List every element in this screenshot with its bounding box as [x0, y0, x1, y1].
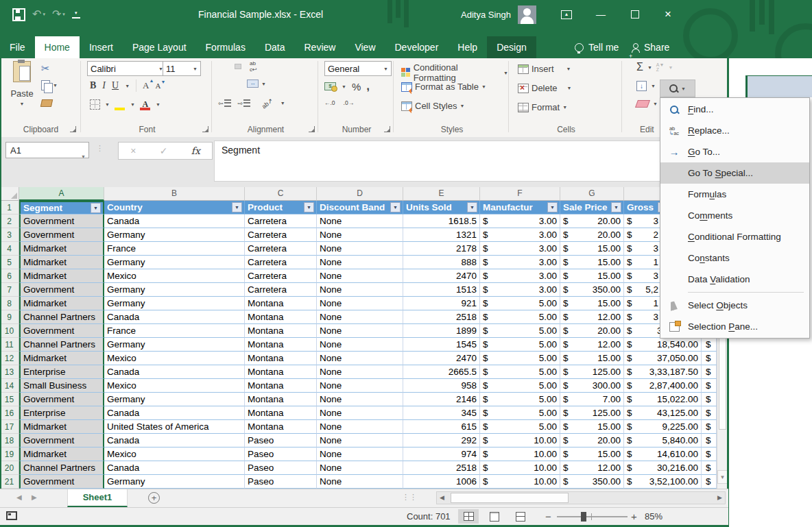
cell-g14[interactable]: $300.00	[560, 379, 624, 393]
cell-b3[interactable]: Germany	[104, 228, 245, 242]
cell-b18[interactable]: Canada	[104, 434, 245, 448]
cell-d12[interactable]: None	[317, 352, 403, 365]
chevron-down-icon[interactable]: ▼	[342, 84, 346, 89]
name-box[interactable]: A1▼	[5, 142, 89, 158]
tab-help[interactable]: Help	[448, 36, 487, 58]
cell-e17[interactable]: 615	[403, 420, 480, 434]
chevron-down-icon[interactable]: ▼	[651, 84, 656, 88]
cell-a13[interactable]: Enterprise	[19, 365, 104, 379]
number-dialog-launcher[interactable]	[384, 126, 390, 132]
cell-a11[interactable]: Channel Partners	[19, 338, 104, 352]
cell-b5[interactable]: Germany	[104, 256, 245, 269]
cell-f6[interactable]: $3.00	[480, 269, 560, 283]
cell-h11[interactable]: $18,540.00	[624, 338, 702, 352]
cell-e19[interactable]: 974	[403, 448, 480, 461]
maximize-button[interactable]	[628, 7, 643, 22]
cell-g6[interactable]: $15.00	[560, 269, 624, 283]
previous-sheet-button[interactable]: ◀	[16, 493, 22, 501]
cell-d7[interactable]: None	[317, 283, 403, 297]
cell-i21[interactable]: $	[702, 475, 717, 489]
clipboard-dialog-launcher[interactable]	[70, 126, 76, 132]
cell-f10[interactable]: $5.00	[480, 324, 560, 338]
cell-b14[interactable]: Mexico	[104, 379, 245, 393]
formula-input[interactable]: Segment	[214, 140, 727, 182]
cell-c11[interactable]: Montana	[245, 338, 317, 352]
row-header-14[interactable]: 14	[0, 379, 19, 393]
cell-h12[interactable]: $37,050.00	[624, 352, 702, 365]
column-header-D[interactable]: D	[317, 187, 403, 201]
cell-f20[interactable]: $10.00	[480, 461, 560, 475]
cell-b12[interactable]: Mexico	[104, 352, 245, 365]
menu-item-constants[interactable]: Constants	[660, 247, 809, 269]
header-cell-product[interactable]: Product▼	[245, 201, 317, 215]
cell-g13[interactable]: $125.00	[560, 365, 624, 379]
cell-a4[interactable]: Midmarket	[19, 242, 104, 256]
cell-e12[interactable]: 2470	[403, 352, 480, 365]
cell-d5[interactable]: None	[317, 256, 403, 269]
row-header-19[interactable]: 19	[0, 448, 19, 461]
cell-a7[interactable]: Government	[19, 283, 104, 297]
cell-f18[interactable]: $10.00	[480, 434, 560, 448]
horizontal-scrollbar[interactable]: ◀ ▶	[436, 491, 726, 504]
row-header-16[interactable]: 16	[0, 406, 19, 420]
cell-c19[interactable]: Paseo	[245, 448, 317, 461]
cancel-entry-button[interactable]: ×	[130, 145, 136, 156]
cell-c4[interactable]: Carretera	[245, 242, 317, 256]
menu-item-select-objects[interactable]: Select Objects	[660, 295, 809, 316]
next-sheet-button[interactable]: ▶	[32, 493, 37, 501]
cell-c16[interactable]: Montana	[245, 406, 317, 420]
find-select-button[interactable]: ▼	[660, 79, 695, 97]
cell-e9[interactable]: 2518	[403, 310, 480, 324]
column-header-C[interactable]: C	[245, 187, 317, 201]
cell-f19[interactable]: $10.00	[480, 448, 560, 461]
cell-e16[interactable]: 345	[403, 406, 480, 420]
cell-a17[interactable]: Midmarket	[19, 420, 104, 434]
cell-e15[interactable]: 2146	[403, 393, 480, 406]
font-dialog-launcher[interactable]	[202, 126, 208, 132]
cell-a3[interactable]: Government	[19, 228, 104, 242]
cell-a5[interactable]: Midmarket	[19, 256, 104, 269]
cell-d14[interactable]: None	[317, 379, 403, 393]
cell-e21[interactable]: 1006	[403, 475, 480, 489]
cell-b7[interactable]: Germany	[104, 283, 245, 297]
cell-a20[interactable]: Channel Partners	[19, 461, 104, 475]
merge-center-icon[interactable]: ↔	[247, 79, 259, 88]
cell-d6[interactable]: None	[317, 269, 403, 283]
tab-formulas[interactable]: Formulas	[196, 36, 255, 58]
cell-b4[interactable]: France	[104, 242, 245, 256]
ribbon-display-options-button[interactable]: ▲	[559, 7, 574, 22]
number-format-select[interactable]: General▼	[324, 61, 392, 76]
cell-e3[interactable]: 1321	[403, 228, 480, 242]
cell-c9[interactable]: Montana	[245, 310, 317, 324]
cell-f17[interactable]: $5.00	[480, 420, 560, 434]
tab-review[interactable]: Review	[295, 36, 346, 58]
accounting-format-icon[interactable]: $	[324, 82, 336, 90]
cell-e8[interactable]: 921	[403, 297, 480, 310]
cell-g17[interactable]: $15.00	[560, 420, 624, 434]
cell-a8[interactable]: Midmarket	[19, 297, 104, 310]
cell-g12[interactable]: $15.00	[560, 352, 624, 365]
cell-a18[interactable]: Government	[19, 434, 104, 448]
cell-d8[interactable]: None	[317, 297, 403, 310]
tab-design[interactable]: Design	[487, 36, 536, 58]
sort-filter-icon[interactable]: A▼Z	[656, 62, 665, 72]
cell-f9[interactable]: $5.00	[480, 310, 560, 324]
normal-view-button[interactable]	[458, 509, 479, 524]
cell-b9[interactable]: Canada	[104, 310, 245, 324]
tell-me-box[interactable]: Tell me	[575, 36, 619, 58]
cell-c8[interactable]: Montana	[245, 297, 317, 310]
italic-button[interactable]: I	[102, 80, 106, 91]
tab-insert[interactable]: Insert	[80, 36, 123, 58]
cell-c10[interactable]: Montana	[245, 324, 317, 338]
cell-e2[interactable]: 1618.5	[403, 215, 480, 228]
cell-h13[interactable]: $3,33,187.50	[624, 365, 702, 379]
minimize-button[interactable]: —	[593, 7, 608, 22]
cell-f4[interactable]: $3.00	[480, 242, 560, 256]
avatar[interactable]	[518, 5, 536, 24]
cell-f11[interactable]: $5.00	[480, 338, 560, 352]
alignment-dialog-launcher[interactable]	[309, 126, 315, 132]
row-header-21[interactable]: 21	[0, 475, 19, 489]
chevron-down-icon[interactable]: ▼	[653, 101, 658, 106]
cell-g20[interactable]: $12.00	[560, 461, 624, 475]
increase-font-size-button[interactable]: A▲	[143, 80, 149, 91]
